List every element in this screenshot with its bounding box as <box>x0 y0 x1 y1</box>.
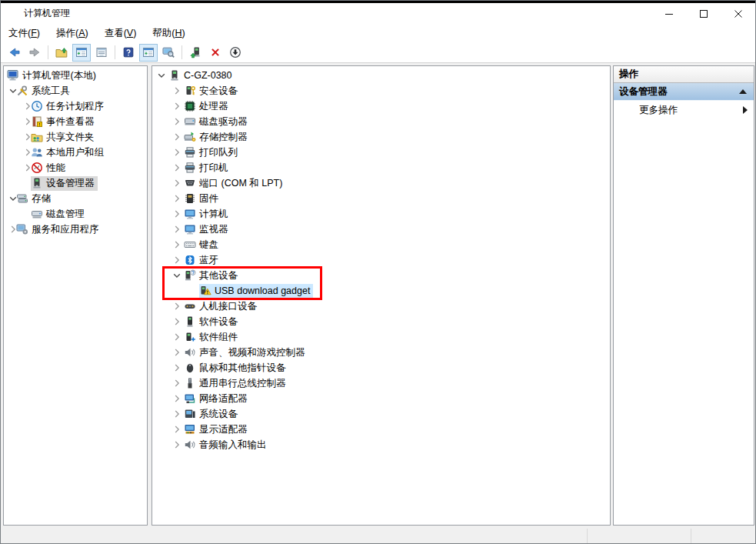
tree-row-left-tree-4[interactable]: 共享文件夹 <box>4 129 147 145</box>
tree-row-left-tree-3[interactable]: 事件查看器 <box>4 114 147 129</box>
tree-row-device-tree-11[interactable]: 键盘 <box>152 237 610 252</box>
action-pane-button[interactable] <box>139 44 158 62</box>
minimize-button[interactable] <box>651 3 686 24</box>
chevron-expanded-icon[interactable] <box>171 269 184 282</box>
chevron-collapsed-icon[interactable] <box>171 85 184 97</box>
tree-item-body[interactable]: 软件设备 <box>184 315 241 329</box>
console-tree-button[interactable] <box>72 44 91 62</box>
tree-row-device-tree-2[interactable]: 处理器 <box>152 98 610 114</box>
chevron-collapsed-icon[interactable] <box>171 423 184 436</box>
folder-up-button[interactable] <box>52 44 71 62</box>
tree-row-device-tree-19[interactable]: 鼠标和其他指针设备 <box>152 360 610 375</box>
tree-row-device-tree-8[interactable]: 固件 <box>152 191 610 206</box>
tree-item-body[interactable]: 磁盘驱动器 <box>184 115 251 129</box>
chevron-collapsed-icon[interactable] <box>171 177 184 189</box>
chevron-expanded-icon[interactable] <box>7 192 16 205</box>
tree-row-device-tree-15[interactable]: 人机接口设备 <box>152 299 610 314</box>
chevron-expanded-icon[interactable] <box>7 85 16 97</box>
more-actions-item[interactable]: 更多操作 <box>614 101 754 119</box>
tree-item-body[interactable]: 打印机 <box>184 161 231 175</box>
tree-item-body[interactable]: 系统工具 <box>16 84 73 98</box>
tree-item-body[interactable]: 系统设备 <box>184 407 241 422</box>
tree-item-body[interactable]: 存储控制器 <box>184 130 251 145</box>
chevron-collapsed-icon[interactable] <box>7 223 16 235</box>
tree-row-device-tree-14[interactable]: USB download gadget <box>152 283 610 299</box>
tree-row-device-tree-12[interactable]: 蓝牙 <box>152 252 610 268</box>
chevron-collapsed-icon[interactable] <box>171 439 184 451</box>
forward-button[interactable] <box>25 44 44 62</box>
tree-row-left-tree-0[interactable]: 计算机管理(本地) <box>4 68 147 83</box>
chevron-collapsed-icon[interactable] <box>171 146 184 159</box>
tree-item-body[interactable]: 计算机管理(本地) <box>7 68 99 83</box>
tree-item-body[interactable]: 端口 (COM 和 LPT) <box>184 176 285 191</box>
chevron-collapsed-icon[interactable] <box>22 146 31 159</box>
tree-row-device-tree-22[interactable]: 系统设备 <box>152 406 610 422</box>
tree-row-left-tree-9[interactable]: 磁盘管理 <box>4 206 147 222</box>
maximize-button[interactable] <box>686 3 721 24</box>
chevron-collapsed-icon[interactable] <box>171 331 184 343</box>
chevron-collapsed-icon[interactable] <box>171 208 184 220</box>
tree-item-body[interactable]: 网络适配器 <box>184 392 251 406</box>
tree-item-body[interactable]: 键盘 <box>184 238 221 252</box>
chevron-expanded-icon[interactable] <box>155 69 168 82</box>
tree-row-device-tree-16[interactable]: 软件设备 <box>152 314 610 329</box>
tree-item-body[interactable]: 蓝牙 <box>184 253 221 268</box>
menu-item-0[interactable]: 文件(F) <box>2 25 46 42</box>
chevron-collapsed-icon[interactable] <box>171 254 184 266</box>
tree-row-device-tree-0[interactable]: C-GZ-0380 <box>152 68 610 83</box>
tree-item-body[interactable]: 计算机 <box>184 207 231 222</box>
tree-row-left-tree-5[interactable]: 本地用户和组 <box>4 145 147 160</box>
menu-item-2[interactable]: 查看(V) <box>98 25 143 42</box>
tree-row-device-tree-1[interactable]: 安全设备 <box>152 83 610 98</box>
tree-item-body[interactable]: 鼠标和其他指针设备 <box>184 361 289 375</box>
tree-row-left-tree-2[interactable]: 任务计划程序 <box>4 98 147 114</box>
chevron-collapsed-icon[interactable] <box>171 346 184 359</box>
properties-button[interactable] <box>92 44 111 62</box>
tree-item-body[interactable]: 通用串行总线控制器 <box>184 376 289 391</box>
scan-hardware-button[interactable] <box>159 44 178 62</box>
tree-item-body[interactable]: 服务和应用程序 <box>16 222 102 237</box>
tree-row-device-tree-20[interactable]: 通用串行总线控制器 <box>152 375 610 391</box>
tree-item-body[interactable]: 任务计划程序 <box>31 99 107 114</box>
tree-item-body[interactable]: 声音、视频和游戏控制器 <box>184 345 308 360</box>
chevron-collapsed-icon[interactable] <box>22 162 31 174</box>
tree-item-body[interactable]: 本地用户和组 <box>31 145 107 160</box>
tree-row-device-tree-24[interactable]: 音频输入和输出 <box>152 437 610 452</box>
chevron-collapsed-icon[interactable] <box>22 115 31 128</box>
collapse-up-icon[interactable] <box>739 89 747 94</box>
chevron-collapsed-icon[interactable] <box>171 300 184 312</box>
tree-item-body[interactable]: 存储 <box>16 192 54 206</box>
chevron-collapsed-icon[interactable] <box>171 315 184 328</box>
help-button[interactable] <box>119 44 138 62</box>
tree-row-device-tree-18[interactable]: 声音、视频和游戏控制器 <box>152 345 610 360</box>
tree-item-body[interactable]: 音频输入和输出 <box>184 438 270 452</box>
tree-item-body[interactable]: 固件 <box>184 192 221 206</box>
tree-item-body[interactable]: 人机接口设备 <box>184 299 260 314</box>
tree-row-left-tree-6[interactable]: 性能 <box>4 160 147 175</box>
tree-row-device-tree-10[interactable]: 监视器 <box>152 222 610 237</box>
tree-row-device-tree-6[interactable]: 打印机 <box>152 160 610 175</box>
chevron-collapsed-icon[interactable] <box>171 223 184 235</box>
tree-item-body[interactable]: 监视器 <box>184 222 231 237</box>
tree-item-body[interactable]: 软件组件 <box>184 330 241 345</box>
tree-row-device-tree-7[interactable]: 端口 (COM 和 LPT) <box>152 175 610 191</box>
chevron-collapsed-icon[interactable] <box>171 377 184 389</box>
menu-item-3[interactable]: 帮助(H) <box>146 25 191 42</box>
tree-item-body[interactable]: 其他设备 <box>184 269 241 283</box>
chevron-collapsed-icon[interactable] <box>171 115 184 128</box>
tree-row-left-tree-8[interactable]: 存储 <box>4 191 147 206</box>
tree-item-body[interactable]: 共享文件夹 <box>31 130 98 145</box>
tree-item-body[interactable]: 显示适配器 <box>184 422 251 437</box>
tree-row-left-tree-7[interactable]: 设备管理器 <box>4 175 147 191</box>
tree-item-body[interactable]: USB download gadget <box>199 284 313 299</box>
chevron-collapsed-icon[interactable] <box>22 100 31 112</box>
tree-row-device-tree-3[interactable]: 磁盘驱动器 <box>152 114 610 129</box>
update-driver-button[interactable] <box>186 44 205 62</box>
tree-row-device-tree-23[interactable]: 显示适配器 <box>152 422 610 437</box>
chevron-collapsed-icon[interactable] <box>171 162 184 174</box>
tree-row-device-tree-5[interactable]: 打印队列 <box>152 145 610 160</box>
close-button[interactable] <box>721 3 755 24</box>
tree-item-body[interactable]: 性能 <box>31 161 68 175</box>
tree-row-device-tree-4[interactable]: 存储控制器 <box>152 129 610 145</box>
tree-item-body[interactable]: 打印队列 <box>184 145 241 160</box>
